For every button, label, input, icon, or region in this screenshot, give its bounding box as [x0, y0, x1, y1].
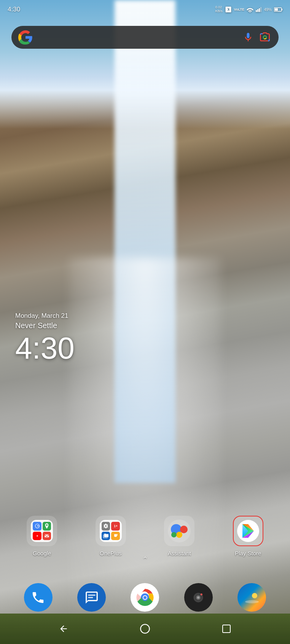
home-button[interactable]: [137, 621, 153, 636]
battery-icon: [274, 7, 282, 12]
recents-button[interactable]: [219, 621, 234, 636]
svg-rect-1: [257, 9, 258, 12]
svg-rect-6: [275, 8, 278, 11]
date-label: Monday, March 21: [15, 312, 75, 320]
google-mini-grid: [31, 520, 53, 542]
svg-point-36: [245, 600, 259, 603]
navigation-bar: [0, 614, 290, 644]
svg-rect-23: [88, 595, 95, 596]
google-search-bar[interactable]: [11, 26, 279, 49]
notes-mini: [111, 532, 120, 540]
messages-icon: [84, 590, 99, 605]
play-store-icon-wrapper[interactable]: [233, 516, 263, 546]
data-speed-text: 0.02KB/s: [215, 6, 223, 13]
app-grid: Google 1+ OnePlus: [0, 516, 290, 556]
status-time: 4:30: [8, 6, 20, 13]
play-store-label: Play Store: [235, 550, 261, 556]
nfc-icon: [225, 6, 232, 13]
gmail-mini: [43, 532, 51, 540]
camera-search-icon: [260, 32, 270, 43]
voice-search-icon[interactable]: [241, 30, 255, 44]
signal-icon: [256, 7, 262, 12]
settings-mini: [102, 522, 110, 531]
google-label: Google: [33, 550, 51, 556]
svg-point-35: [252, 593, 257, 598]
assistant-app[interactable]: Assistant: [153, 516, 206, 556]
battery-percent: 49%: [264, 8, 272, 12]
oneplus-folder-icon[interactable]: 1+: [96, 516, 126, 546]
google-lens-icon[interactable]: [258, 30, 272, 44]
wifi-icon: [247, 7, 253, 12]
play-store-icon: [236, 519, 260, 543]
motto-label: Never Settle: [15, 321, 75, 330]
dock: [0, 583, 290, 612]
chrome-dock-icon[interactable]: [131, 583, 159, 612]
recents-icon: [222, 624, 231, 633]
chevron-up-icon: ⌃: [142, 555, 148, 564]
camera-icon: [191, 590, 206, 605]
svg-point-15: [180, 526, 188, 533]
horizon-icon: [245, 590, 259, 605]
svg-rect-0: [256, 10, 257, 12]
svg-rect-2: [259, 8, 260, 12]
back-icon: [59, 624, 69, 634]
svg-point-29: [143, 596, 147, 599]
play-store-app[interactable]: Play Store: [221, 516, 275, 556]
svg-point-16: [176, 532, 182, 538]
volte-icon: VoLTE: [234, 8, 244, 11]
phone-icon: [31, 590, 45, 605]
clock-display: 4:30: [15, 333, 75, 363]
svg-point-33: [197, 596, 200, 599]
oneplus-red-mini: 1+: [111, 522, 120, 531]
svg-text:1+: 1+: [114, 524, 118, 528]
google-app[interactable]: Google: [15, 516, 69, 556]
back-button[interactable]: [56, 621, 71, 636]
oneplus-mini-grid: 1+: [100, 520, 122, 542]
youtube-mini: [33, 532, 41, 540]
maps-mini: [43, 522, 51, 531]
microphone-icon: [243, 32, 253, 43]
assistant-icon-wrapper[interactable]: [164, 516, 194, 546]
svg-point-34: [201, 593, 202, 595]
assistant-label: Assistant: [168, 550, 191, 556]
home-circle-icon: [140, 623, 150, 634]
status-bar: 4:30 0.02KB/s VoLTE 49%: [0, 0, 290, 19]
svg-rect-5: [282, 9, 282, 11]
svg-point-37: [140, 624, 149, 633]
svg-point-17: [171, 532, 177, 537]
google-g-icon: [18, 30, 33, 45]
camera-dock-icon[interactable]: [184, 583, 213, 612]
svg-rect-24: [88, 597, 93, 598]
files-mini: [102, 532, 110, 540]
horizon-dock-icon[interactable]: [237, 583, 266, 612]
swipe-up-indicator: ⌃: [142, 555, 148, 564]
chrome-icon: [134, 587, 156, 608]
date-time-widget: Monday, March 21 Never Settle 4:30: [15, 312, 75, 363]
google-mini-g: [33, 522, 41, 531]
google-folder-icon[interactable]: [27, 516, 57, 546]
oneplus-label: OnePlus: [100, 550, 122, 556]
assistant-icon: [167, 519, 191, 543]
phone-dock-icon[interactable]: [24, 583, 53, 612]
oneplus-app[interactable]: 1+ OnePlus: [84, 516, 137, 556]
svg-rect-3: [260, 7, 261, 12]
messages-dock-icon[interactable]: [77, 583, 106, 612]
svg-rect-38: [223, 625, 230, 633]
status-icons: 0.02KB/s VoLTE 49%: [215, 6, 282, 13]
